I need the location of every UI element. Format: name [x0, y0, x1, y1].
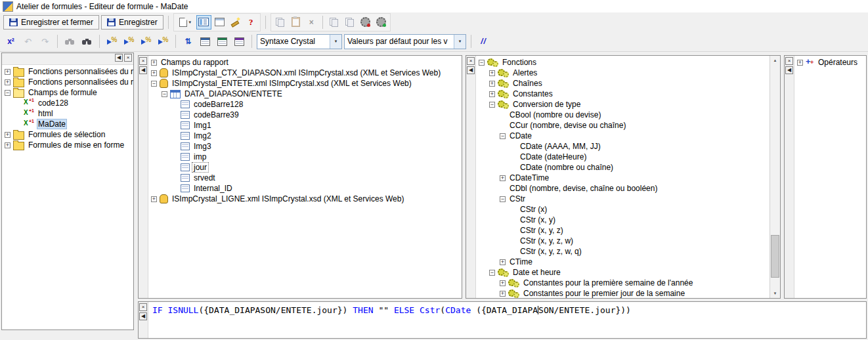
tree-item[interactable]: +Constantes: [477, 89, 770, 99]
tree-item[interactable]: Img3: [150, 141, 462, 152]
custom-function-editor-button[interactable]: [374, 15, 389, 30]
expand-plus-icon[interactable]: +: [5, 69, 11, 75]
new-formula-button[interactable]: ▾: [175, 15, 196, 30]
redo-button[interactable]: ↷: [37, 34, 53, 49]
close-panel-button[interactable]: ×: [124, 54, 132, 62]
superscript-button[interactable]: x²: [3, 34, 18, 49]
collapse-minus-icon[interactable]: −: [5, 90, 11, 96]
tree-item[interactable]: CBool (nombre ou devise): [477, 110, 770, 120]
collapse-pane-button[interactable]: ◀: [139, 66, 147, 74]
collapse-pane-button[interactable]: ◀: [785, 66, 793, 74]
expand-plus-icon[interactable]: +: [489, 70, 495, 76]
delete-button[interactable]: ×: [304, 15, 319, 30]
tree-item[interactable]: html: [3, 108, 133, 119]
tree-item[interactable]: +CTime: [477, 257, 770, 267]
tree-item[interactable]: code128: [3, 98, 133, 108]
repository-add-button[interactable]: [326, 15, 341, 30]
toggle-field-trees-button[interactable]: [196, 15, 211, 30]
tree-item[interactable]: CDate (dateHeure): [477, 152, 770, 162]
collapse-minus-icon[interactable]: −: [479, 60, 485, 66]
tree-item[interactable]: −Date et heure: [477, 267, 770, 278]
close-pane-button[interactable]: ×: [467, 57, 475, 65]
paste-button[interactable]: [288, 15, 303, 30]
expand-plus-icon[interactable]: +: [489, 81, 495, 87]
functions-scrollbar[interactable]: ▲ ▼: [770, 56, 780, 298]
formula-editor[interactable]: IF ISNULL({DATA_DIAPASON/ENTETE.jour}) T…: [148, 302, 866, 338]
browse-data-button[interactable]: [62, 34, 77, 49]
tree-item[interactable]: codeBarre39: [150, 110, 462, 120]
tree-item[interactable]: +Opérateurs: [796, 57, 866, 68]
null-defaults-select-caret-icon[interactable]: ▾: [454, 35, 466, 49]
sort-trees-button[interactable]: ⇅: [181, 34, 196, 49]
tree-item[interactable]: −DATA_DIAPASON/ENTETE: [150, 89, 462, 99]
collapse-minus-icon[interactable]: −: [151, 81, 157, 87]
tree-item[interactable]: +Fonctions personnalisées du réf: [3, 77, 133, 87]
tree-item[interactable]: jour: [150, 162, 462, 173]
tree-item[interactable]: +Constantes pour la première semaine de …: [477, 278, 770, 288]
tree-item[interactable]: MaDate: [3, 119, 133, 129]
tree-item[interactable]: +ISImpCrystal_LIGNE.xml ISImpCrystal.xsd…: [150, 194, 462, 204]
tree-item[interactable]: −ISImpCrystal_ENTETE.xml ISImpCrystal.xs…: [150, 78, 462, 89]
expand-plus-icon[interactable]: +: [500, 280, 506, 286]
tree-item[interactable]: CDate (AAAA, MM, JJ): [477, 141, 770, 152]
close-pane-button[interactable]: ×: [139, 57, 147, 65]
scroll-up-button[interactable]: ▲: [770, 56, 780, 65]
tree-item[interactable]: CStr (x, y, z): [477, 225, 770, 236]
grid-view-2-button[interactable]: [215, 34, 230, 49]
find-button[interactable]: [79, 34, 95, 49]
tree-item[interactable]: CDate (nombre ou chaîne): [477, 162, 770, 173]
collapse-minus-icon[interactable]: −: [500, 196, 506, 202]
expand-plus-icon[interactable]: +: [5, 142, 11, 148]
tree-item[interactable]: +Constantes pour le premier jour de la s…: [477, 288, 770, 298]
expand-plus-icon[interactable]: +: [5, 79, 11, 85]
collapse-panel-button[interactable]: ◀: [115, 54, 123, 62]
grid-view-1-button[interactable]: [198, 34, 213, 49]
grid-view-3-button[interactable]: [232, 34, 247, 49]
tree-item[interactable]: CStr (x, y, z, w, q): [477, 246, 770, 257]
comment-button[interactable]: //: [476, 34, 491, 49]
tree-item[interactable]: +CDateTime: [477, 173, 770, 183]
percent-check-button[interactable]: [139, 34, 154, 49]
save-button[interactable]: Enregistrer: [101, 15, 163, 30]
tree-item[interactable]: srvedt: [150, 173, 462, 183]
expand-plus-icon[interactable]: +: [500, 259, 506, 265]
syntax-check-button[interactable]: [104, 34, 119, 49]
syntax-select-caret-icon[interactable]: ▾: [330, 35, 341, 49]
properties-button[interactable]: [212, 15, 227, 30]
tree-item[interactable]: CStr (x, y, z, w): [477, 236, 770, 246]
tree-item[interactable]: CCur (nombre, devise ou chaîne): [477, 120, 770, 131]
tree-item[interactable]: +Alertes: [477, 68, 770, 78]
expand-plus-icon[interactable]: +: [151, 60, 157, 66]
tree-item[interactable]: CStr (x): [477, 204, 770, 215]
title-bar[interactable]: Atelier de formules - Editeur de formule…: [0, 0, 868, 13]
expand-plus-icon[interactable]: +: [151, 70, 157, 76]
app-icon[interactable]: [3, 1, 13, 12]
tree-item[interactable]: +Formules de sélection: [3, 129, 133, 140]
null-defaults-select[interactable]: Valeurs par défaut pour les v ▾: [344, 34, 466, 49]
tree-item[interactable]: CStr (x, y): [477, 215, 770, 225]
collapse-minus-icon[interactable]: −: [500, 133, 506, 139]
field-check-button[interactable]: [121, 34, 137, 49]
collapse-pane-button[interactable]: ◀: [467, 66, 475, 74]
scroll-thumb[interactable]: [771, 235, 779, 278]
tree-item[interactable]: Internal_ID: [150, 183, 462, 194]
save-and-close-button[interactable]: Enregistrer et fermer: [3, 15, 99, 30]
custom-function-button[interactable]: [358, 15, 373, 30]
expand-plus-icon[interactable]: +: [500, 175, 506, 181]
tree-item[interactable]: +ISImpCrystal_CTX_DIAPASON.xml ISImpCrys…: [150, 68, 462, 78]
tree-item[interactable]: −Champs de formule: [3, 87, 133, 98]
close-pane-button[interactable]: ×: [785, 57, 793, 65]
expand-plus-icon[interactable]: +: [500, 291, 506, 297]
tree-item[interactable]: −CDate: [477, 131, 770, 141]
collapse-minus-icon[interactable]: −: [489, 102, 495, 108]
tree-item[interactable]: Img1: [150, 120, 462, 131]
expand-plus-icon[interactable]: +: [5, 132, 11, 138]
tree-item[interactable]: −Conversion de type: [477, 99, 770, 110]
tree-item[interactable]: −Fonctions: [477, 57, 770, 68]
tree-item[interactable]: −CStr: [477, 194, 770, 204]
syntax-select[interactable]: Syntaxe Crystal ▾: [257, 34, 342, 49]
close-pane-button[interactable]: ×: [139, 303, 147, 311]
error-check-button[interactable]: [156, 34, 171, 49]
tree-item[interactable]: CDbl (nombre, devise, chaîne ou booléen): [477, 183, 770, 194]
collapse-minus-icon[interactable]: −: [162, 91, 167, 97]
